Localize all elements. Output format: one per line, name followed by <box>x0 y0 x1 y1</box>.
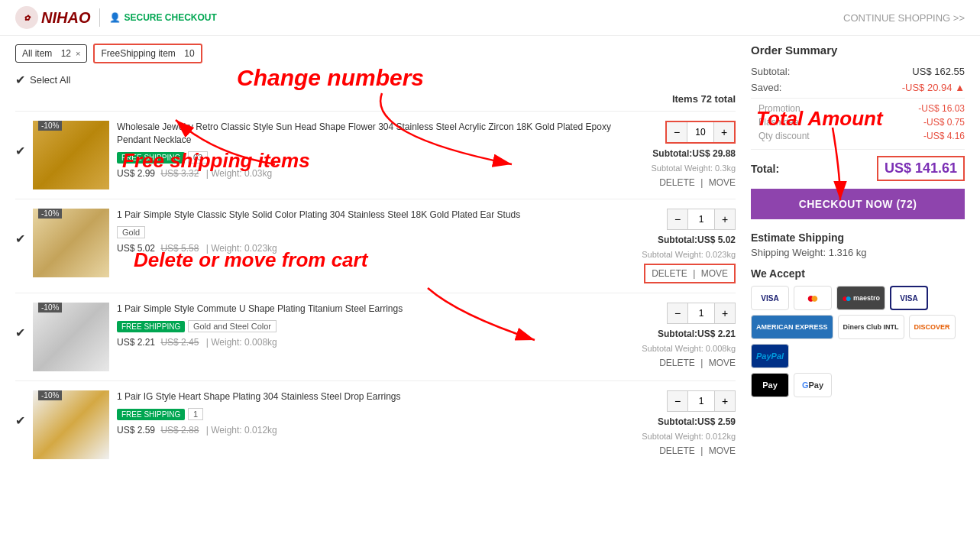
total-label: Total: <box>751 163 779 175</box>
cart-item-1: -10% ✔ Wholesale Jewelry Retro Classic S… <box>15 111 736 199</box>
estimate-shipping: Estimate Shipping Shipping Weight: 1.316… <box>751 232 965 258</box>
summary-title: Order Summary <box>751 44 965 57</box>
item-select-1[interactable]: ✔ <box>15 144 25 158</box>
subtotal-weight-4: Subtotal Weight: 0.012kg <box>642 432 736 441</box>
we-accept: We Accept VISA ●● ●● maestro VISA AMERIC… <box>751 267 965 397</box>
item-title-4: 1 Pair IG Style Heart Shape Plating 304 … <box>117 390 621 403</box>
actions-sep-2: | <box>693 268 695 279</box>
subtotal-weight-3: Subtotal Weight: 0.008kg <box>642 344 736 353</box>
promotion-value: -US$ 16.03 <box>918 103 965 114</box>
payment-maestro: ●● maestro <box>836 286 885 310</box>
filter-all-close-icon[interactable]: × <box>76 49 80 58</box>
payment-row-3: Pay G Pay <box>751 373 965 397</box>
price-current-1: US$ 2.99 <box>117 168 155 179</box>
actions-sep-4: | <box>700 445 703 456</box>
item-actions-4: DELETE | MOVE <box>659 445 736 456</box>
delete-link-4[interactable]: DELETE <box>659 445 695 456</box>
saved-value: -US$ 20.94 ▲ <box>902 82 965 93</box>
qty-increase-4[interactable]: + <box>715 391 735 411</box>
item-thumbnail-3 <box>33 303 109 371</box>
move-link-4[interactable]: MOVE <box>709 445 736 456</box>
item-details-3: 1 Pair Simple Style Commute U Shape Plat… <box>117 303 621 348</box>
delete-link-3[interactable]: DELETE <box>659 358 695 368</box>
price-current-4: US$ 2.59 <box>117 425 155 436</box>
item-checkmark-3: ✔ <box>15 326 25 339</box>
item-select-2[interactable]: ✔ <box>15 232 25 246</box>
qty-input-1[interactable] <box>687 122 714 142</box>
item-details-4: 1 Pair IG Style Heart Shape Plating 304 … <box>117 390 621 436</box>
we-accept-title: We Accept <box>751 267 965 280</box>
qty-increase-1[interactable]: + <box>714 122 734 142</box>
discount-badge-2: -10% <box>38 209 62 219</box>
discount-badge-1: -10% <box>38 121 62 131</box>
discount-badge-4: -10% <box>38 390 62 400</box>
total-value: US$ 141.61 <box>877 156 965 181</box>
item-subtotal-4: Subtotal:US$ 2.59 <box>658 416 736 427</box>
item-price-2: US$ 5.02 US$ 5.58 | Weight: 0.023kg <box>117 243 621 254</box>
payment-gpay: G Pay <box>794 373 832 397</box>
item-select-3[interactable]: ✔ <box>15 325 25 340</box>
qty-control-4: − + <box>667 390 736 412</box>
item-actions-1: DELETE | MOVE <box>659 177 736 188</box>
logo-text: NIHAO <box>41 9 90 27</box>
select-all-checkmark[interactable]: ✔ <box>15 73 25 87</box>
item-details-2: 1 Pair Simple Style Classic Style Solid … <box>117 209 621 254</box>
delete-link-2[interactable]: DELETE <box>652 268 687 279</box>
item-checkmark-2: ✔ <box>15 232 25 245</box>
item-subtotal-1: Subtotal:US$ 29.88 <box>652 148 736 159</box>
item-variant-1: 03 <box>188 151 208 164</box>
cart-item-4: -10% ✔ 1 Pair IG Style Heart Shape Plati… <box>15 380 736 468</box>
qty-increase-2[interactable]: + <box>715 209 735 229</box>
item-subtotal-2: Subtotal:US$ 5.02 <box>658 235 736 245</box>
qty-input-2[interactable] <box>687 209 715 229</box>
payment-diners: Diners Club INTL <box>838 315 904 339</box>
summary-subtotal-row: Subtotal: US$ 162.55 <box>751 66 965 77</box>
order-summary: Order Summary Subtotal: US$ 162.55 Saved… <box>751 44 965 468</box>
qty-input-3[interactable] <box>687 303 715 323</box>
actions-sep-1: | <box>700 177 703 188</box>
flash-deal-label: Flash deal <box>758 117 800 128</box>
free-shipping-badge-4: FREE SHIPPING <box>117 409 185 420</box>
items-total-row: Items 72 total <box>15 93 736 105</box>
item-subtotal-3: Subtotal:US$ 2.21 <box>658 329 736 339</box>
payment-row-2: AMERICAN EXPRESS Diners Club INTL DISCOV… <box>751 315 965 368</box>
qty-input-4[interactable] <box>687 391 715 411</box>
item-right-1: − + Subtotal:US$ 29.88 Subtotal Weight: … <box>629 121 736 188</box>
qty-decrease-3[interactable]: − <box>668 303 687 323</box>
filter-bar: All item 12 × FreeShipping item 10 <box>15 44 736 63</box>
continue-shopping-link[interactable]: CONTINUE SHOPPING >> <box>843 12 965 24</box>
item-variant-4: 1 <box>188 408 203 420</box>
qty-increase-3[interactable]: + <box>715 303 735 323</box>
delete-link-1[interactable]: DELETE <box>659 177 695 188</box>
promotion-row: Promotion -US$ 16.03 <box>751 103 965 114</box>
payment-mastercard: ●● <box>794 286 832 310</box>
filter-freeship[interactable]: FreeShipping item 10 <box>93 44 202 63</box>
payment-discover: DISCOVER <box>909 315 956 339</box>
item-price-1: US$ 2.99 US$ 3.32 | Weight: 0.03kg <box>117 168 621 179</box>
item-right-3: − + Subtotal:US$ 2.21 Subtotal Weight: 0… <box>629 303 736 368</box>
chevron-up-icon[interactable]: ▲ <box>955 82 965 93</box>
qty-decrease-2[interactable]: − <box>668 209 687 229</box>
cart-item-2: -10% ✔ 1 Pair Simple Style Classic Style… <box>15 199 736 293</box>
checkout-button[interactable]: CHECKOUT NOW (72) <box>751 189 965 219</box>
discount-badge-3: -10% <box>38 303 62 312</box>
qty-decrease-4[interactable]: − <box>668 391 687 411</box>
qty-discount-row: Qty discount -US$ 4.16 <box>751 131 965 141</box>
move-link-3[interactable]: MOVE <box>709 358 736 368</box>
filter-all-items[interactable]: All item 12 × <box>15 44 87 63</box>
estimate-shipping-title: Estimate Shipping <box>751 232 965 244</box>
logo-icon: ✿ <box>15 6 38 29</box>
item-select-4[interactable]: ✔ <box>15 413 25 428</box>
subtotal-weight-1: Subtotal Weight: 0.3kg <box>652 164 736 173</box>
qty-discount-label: Qty discount <box>758 131 810 141</box>
actions-sep-3: | <box>700 358 703 368</box>
payment-row-1: VISA ●● ●● maestro VISA <box>751 286 965 310</box>
logo[interactable]: ✿ NIHAO <box>15 6 90 29</box>
qty-decrease-1[interactable]: − <box>667 122 687 142</box>
price-weight-2: | Weight: 0.023kg <box>206 243 277 254</box>
filter-all-label: All item <box>22 48 52 59</box>
item-price-3: US$ 2.21 US$ 2.45 | Weight: 0.008kg <box>117 337 621 348</box>
move-link-2[interactable]: MOVE <box>701 268 728 279</box>
subtotal-value: US$ 162.55 <box>912 66 965 77</box>
move-link-1[interactable]: MOVE <box>709 177 736 188</box>
